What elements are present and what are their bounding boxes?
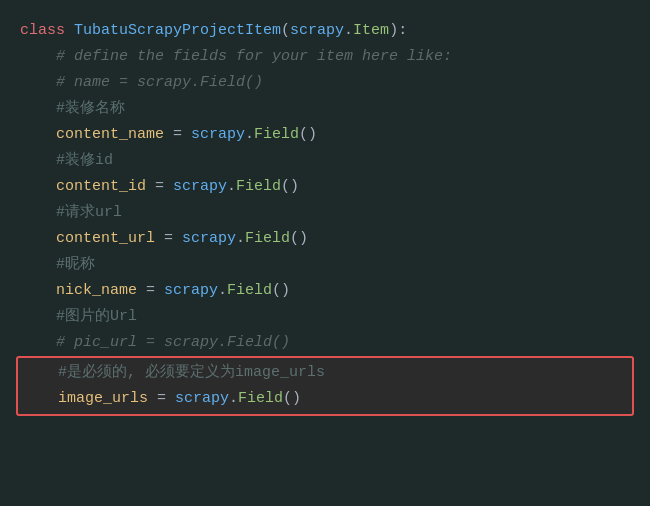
dot: .: [236, 227, 245, 251]
comment-required-image-urls: #是必须的, 必须要定义为image_urls: [58, 361, 325, 385]
class-name: TubatuScrapyProjectItem: [74, 19, 281, 43]
assign-op: =: [155, 227, 182, 251]
indent: [20, 227, 56, 251]
code-line-hl-comment: #是必须的, 必须要定义为image_urls: [22, 360, 628, 386]
parens: (): [272, 279, 290, 303]
code-line-image-urls: image_urls = scrapy.Field(): [22, 386, 628, 412]
parens: (): [299, 123, 317, 147]
code-line-content-url: content_url = scrapy.Field(): [20, 226, 630, 252]
code-line-nick-name: nick_name = scrapy.Field(): [20, 278, 630, 304]
module-scrapy: scrapy: [175, 387, 229, 411]
indent: [20, 97, 56, 121]
parens: (): [283, 387, 301, 411]
assign-op: =: [137, 279, 164, 303]
parens: (): [281, 175, 299, 199]
code-line-content-name: content_name = scrapy.Field(): [20, 122, 630, 148]
indent: [20, 279, 56, 303]
assign-op: =: [164, 123, 191, 147]
assign-op: =: [146, 175, 173, 199]
code-line-comment-cn3: #请求url: [20, 200, 630, 226]
module-scrapy: scrapy: [173, 175, 227, 199]
method-field: Field: [254, 123, 299, 147]
parens: (): [290, 227, 308, 251]
parent-class: Item: [353, 19, 389, 43]
indent: [20, 175, 56, 199]
indent: [20, 45, 56, 69]
dot: .: [344, 19, 353, 43]
var-content-url: content_url: [56, 227, 155, 251]
dot: .: [218, 279, 227, 303]
module-scrapy: scrapy: [164, 279, 218, 303]
code-line-comment-cn4: #昵称: [20, 252, 630, 278]
indent: [20, 201, 56, 225]
module-scrapy: scrapy: [182, 227, 236, 251]
indent: [20, 123, 56, 147]
highlighted-block: #是必须的, 必须要定义为image_urls image_urls = scr…: [16, 356, 634, 416]
code-line-comment-cn2: #装修id: [20, 148, 630, 174]
code-line-comment-cn5: #图片的Url: [20, 304, 630, 330]
paren-close: ): [389, 19, 398, 43]
comment-name-example: # name = scrapy.Field(): [56, 71, 263, 95]
code-editor: class TubatuScrapyProjectItem(scrapy.Ite…: [0, 0, 650, 506]
code-line-comment1: # define the fields for your item here l…: [20, 44, 630, 70]
indent: [20, 331, 56, 355]
keyword-class: class: [20, 19, 74, 43]
indent: [20, 149, 56, 173]
method-field: Field: [227, 279, 272, 303]
code-line-comment2: # name = scrapy.Field(): [20, 70, 630, 96]
method-field: Field: [245, 227, 290, 251]
module-scrapy: scrapy: [191, 123, 245, 147]
method-field: Field: [236, 175, 281, 199]
dot: .: [245, 123, 254, 147]
comment-image-url: #图片的Url: [56, 305, 137, 329]
comment-define-fields: # define the fields for your item here l…: [56, 45, 452, 69]
var-image-urls: image_urls: [58, 387, 148, 411]
indent: [20, 253, 56, 277]
code-line-content-id: content_id = scrapy.Field(): [20, 174, 630, 200]
dot: .: [229, 387, 238, 411]
indent: [22, 361, 58, 385]
comment-pic-url: # pic_url = scrapy.Field(): [56, 331, 290, 355]
comment-nickname: #昵称: [56, 253, 95, 277]
var-content-id: content_id: [56, 175, 146, 199]
comment-decoration-name: #装修名称: [56, 97, 125, 121]
var-nick-name: nick_name: [56, 279, 137, 303]
var-content-name: content_name: [56, 123, 164, 147]
code-line-comment-cn1: #装修名称: [20, 96, 630, 122]
code-line-pic-url-commented: # pic_url = scrapy.Field(): [20, 330, 630, 356]
code-line-class: class TubatuScrapyProjectItem(scrapy.Ite…: [20, 18, 630, 44]
comment-request-url: #请求url: [56, 201, 122, 225]
indent: [20, 305, 56, 329]
paren-open: (: [281, 19, 290, 43]
indent: [22, 387, 58, 411]
parent-module: scrapy: [290, 19, 344, 43]
comment-decoration-id: #装修id: [56, 149, 113, 173]
dot: .: [227, 175, 236, 199]
assign-op: =: [148, 387, 175, 411]
colon: :: [398, 19, 407, 43]
method-field: Field: [238, 387, 283, 411]
indent: [20, 71, 56, 95]
